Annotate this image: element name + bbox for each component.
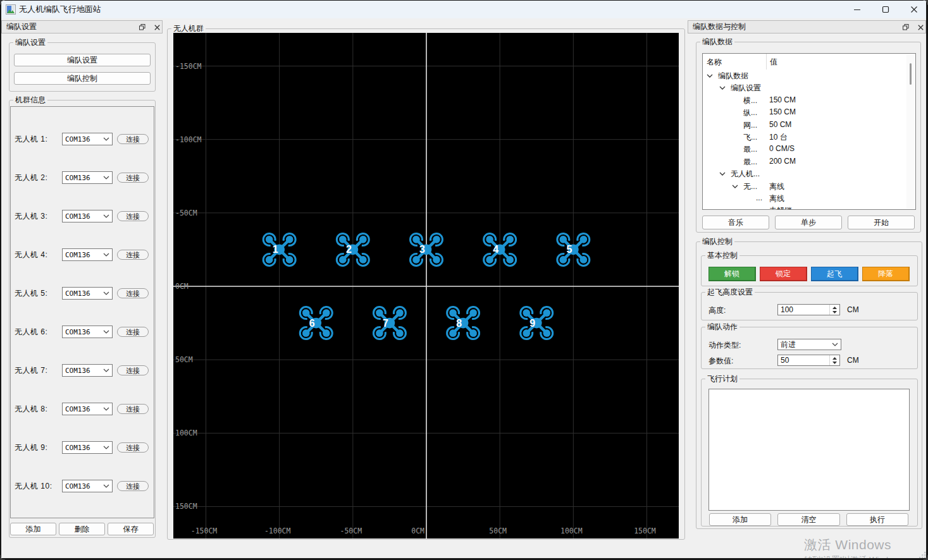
drone-connect-button[interactable]: 连接 xyxy=(117,442,149,453)
step-button[interactable]: 单步 xyxy=(775,216,842,229)
tree-item-value: 未解锁 xyxy=(769,205,792,210)
tree-expand-icon[interactable] xyxy=(707,74,713,78)
land-button[interactable]: 降落 xyxy=(862,267,910,281)
drone-port-combo[interactable]: COM136 xyxy=(62,133,113,145)
plan-clear-button[interactable]: 清空 xyxy=(777,513,840,526)
fleet-add-button[interactable]: 添加 xyxy=(10,523,56,535)
param-value-spinbox[interactable]: 50 xyxy=(777,355,840,366)
flight-plan-group: 飞行计划 添加清空执行 xyxy=(701,379,918,527)
fleet-save-button[interactable]: 保存 xyxy=(108,523,154,535)
tree-row[interactable]: 飞...10 台 xyxy=(703,131,906,143)
drone-port-value: COM136 xyxy=(65,328,90,336)
flight-plan-list[interactable] xyxy=(708,389,910,511)
window-frame: 无人机编队飞行地面站 编队设置 编队设置 编队设置 编队控制 机群信息 xyxy=(0,0,928,560)
tree-row[interactable]: 编队设置 xyxy=(703,82,906,94)
tree-row[interactable]: 横...150 CM xyxy=(703,94,906,107)
flight-plan-group-title: 飞行计划 xyxy=(705,374,739,384)
drone-port-combo[interactable]: COM136 xyxy=(62,441,113,454)
tree-expand-icon[interactable] xyxy=(719,86,726,90)
drone-port-combo[interactable]: COM136 xyxy=(62,210,113,222)
spin-up-icon xyxy=(832,307,837,309)
drone-connect-button[interactable]: 连接 xyxy=(117,250,149,260)
height-spinbox[interactable]: 100 xyxy=(777,304,840,315)
drone-canvas-group-title: 无人机群 xyxy=(171,24,206,33)
tree-row[interactable]: 无人机... xyxy=(703,167,906,180)
tree-expand-icon[interactable] xyxy=(719,172,726,176)
left-dock-close-button[interactable] xyxy=(152,22,162,32)
param-unit: CM xyxy=(847,356,859,365)
unlock-button[interactable]: 解锁 xyxy=(708,267,756,281)
drone-connect-button[interactable]: 连接 xyxy=(117,134,149,144)
height-spin-buttons[interactable] xyxy=(829,305,839,315)
minimize-button[interactable] xyxy=(843,0,871,18)
tree-scrollbar[interactable] xyxy=(906,54,915,209)
close-icon xyxy=(910,6,918,13)
tree-row[interactable]: 最...0 CM/S xyxy=(703,143,906,155)
param-spin-buttons[interactable] xyxy=(829,355,839,365)
action-type-combo[interactable]: 前进 xyxy=(777,339,841,350)
drone-map-canvas[interactable]: -150CM-100CM-50CM0CM50CM100CM150CM-150CM… xyxy=(173,33,679,539)
drone-connect-button[interactable]: 连接 xyxy=(117,365,149,375)
tree-row[interactable]: 编队数据 xyxy=(703,70,906,82)
chevron-down-icon xyxy=(103,484,109,488)
formation-data-tree[interactable]: 名称 值 编队数据编队设置横...150 CM纵...150 CM网...50 … xyxy=(702,53,916,210)
drone-connect-button[interactable]: 连接 xyxy=(117,327,149,337)
maximize-button[interactable] xyxy=(871,0,900,18)
tree-item-value: 0 CM/S xyxy=(769,144,795,153)
window-titlebar: 无人机编队飞行地面站 xyxy=(0,0,928,18)
tree-row[interactable]: 纵...150 CM xyxy=(703,106,906,119)
right-dock-title: 编队数据与控制 xyxy=(693,21,746,33)
chevron-down-icon xyxy=(103,176,109,180)
plan-execute-button[interactable]: 执行 xyxy=(846,513,908,526)
drone-connect-button[interactable]: 连接 xyxy=(117,211,149,221)
drone-port-combo[interactable]: COM136 xyxy=(62,326,113,338)
drone-number: 6 xyxy=(309,318,315,329)
right-dock-close-button[interactable] xyxy=(915,22,925,32)
formation-action-group: 编队动作 动作类型: 前进 参数值: 50 CM xyxy=(701,327,918,369)
drone-connect-button[interactable]: 连接 xyxy=(117,173,149,183)
takeoff-button[interactable]: 起飞 xyxy=(811,267,858,281)
start-button[interactable]: 开始 xyxy=(848,216,915,229)
tree-row[interactable]: 最...200 CM xyxy=(703,155,906,168)
fleet-delete-button[interactable]: 删除 xyxy=(59,523,105,535)
close-icon xyxy=(918,25,924,30)
drone-port-combo[interactable]: COM136 xyxy=(62,403,113,415)
tree-header: 名称 值 xyxy=(703,54,906,70)
x-tick-label: 0CM xyxy=(411,527,424,535)
minimize-icon xyxy=(853,6,861,13)
drone-port-combo[interactable]: COM136 xyxy=(62,287,113,300)
tree-row[interactable]: 网...50 CM xyxy=(703,119,906,131)
close-button[interactable] xyxy=(900,0,928,18)
drone-port-combo[interactable]: COM136 xyxy=(62,480,113,492)
formation-data-group-title: 编队数据 xyxy=(700,37,734,47)
tree-item-value: 200 CM xyxy=(769,157,796,166)
plan-add-button[interactable]: 添加 xyxy=(709,513,771,526)
y-tick-label: 0CM xyxy=(175,282,189,291)
tree-scrollbar-thumb[interactable] xyxy=(910,63,912,85)
drone-port-combo[interactable]: COM136 xyxy=(62,171,113,184)
tree-expand-icon[interactable] xyxy=(732,185,738,188)
tree-row[interactable]: ...未解锁 xyxy=(703,204,906,210)
music-button[interactable]: 音乐 xyxy=(702,216,769,229)
y-tick-label: 100CM xyxy=(175,429,197,437)
drone-port-combo[interactable]: COM136 xyxy=(62,248,113,261)
lock-button[interactable]: 锁定 xyxy=(760,267,807,281)
tree-column-name: 名称 xyxy=(707,57,722,68)
drone-number: 3 xyxy=(419,244,425,255)
drone-connect-button[interactable]: 连接 xyxy=(117,404,149,414)
x-tick-label: -150CM xyxy=(191,527,218,535)
chevron-down-icon xyxy=(103,330,109,334)
tree-column-separator[interactable] xyxy=(766,54,767,70)
drone-port-combo[interactable]: COM136 xyxy=(62,364,113,377)
left-dock-float-button[interactable] xyxy=(137,22,147,32)
formation-settings-button[interactable]: 编队设置 xyxy=(14,54,151,66)
left-dock-titlebar: 编队设置 xyxy=(1,20,163,33)
formation-control-button[interactable]: 编队控制 xyxy=(14,72,151,85)
y-tick-label: 150CM xyxy=(175,502,197,511)
tree-row[interactable]: 无...离线 xyxy=(703,180,906,193)
y-tick-label: -150CM xyxy=(175,62,202,71)
drone-connect-button[interactable]: 连接 xyxy=(117,481,149,491)
tree-row[interactable]: ...离线 xyxy=(703,192,906,205)
drone-connect-button[interactable]: 连接 xyxy=(117,288,149,298)
right-dock-float-button[interactable] xyxy=(901,22,911,32)
